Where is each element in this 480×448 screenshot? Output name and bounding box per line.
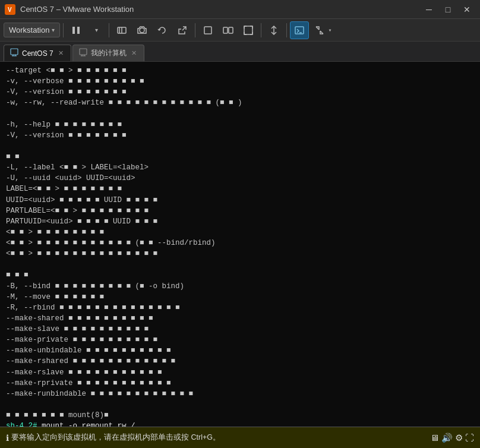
send-ctrl-alt-del-button[interactable] [112, 21, 131, 39]
network-icon[interactable]: 🖥 [430, 433, 439, 443]
send-files-button[interactable] [173, 21, 192, 39]
svg-rect-2 [72, 27, 75, 34]
terminal-line: --target <■ ■ > ■ ■ ■ ■ ■ ■ [6, 65, 474, 76]
fullscreen-icon[interactable]: ⛶ [465, 433, 474, 443]
terminal-line: -V, --version ■ ■ ■ ■ ■ ■ ■ [6, 130, 474, 141]
terminal-line: -R, --rbind ■ ■ ■ ■ ■ ■ ■ ■ ■ ■ ■ ■ ■ ■ [6, 302, 474, 313]
tab-centos7-close[interactable]: ✕ [57, 49, 65, 58]
svg-text:V: V [8, 7, 12, 13]
app-icon: V [5, 4, 15, 15]
terminal-line: <■ ■ > ■ ■ ■ ■ ■ ■ ■ ■ ■ ■ ■ ■ ■ ■ [6, 248, 474, 259]
snapshot-button[interactable] [132, 21, 151, 39]
tab-mycomputer-label: 我的计算机 [91, 48, 127, 58]
close-button[interactable]: ✕ [459, 3, 475, 16]
revert-snapshot-button[interactable] [153, 21, 172, 39]
terminal-line: sh-4.2# mount -o remount,rw / [6, 421, 474, 427]
pause-dropdown-button[interactable]: ▾ [87, 21, 106, 39]
tab-centos7[interactable]: CentOS 7 ✕ [4, 45, 71, 61]
dropdown-arrow-icon: ▾ [52, 27, 55, 33]
cmd-terminal-button[interactable] [290, 21, 309, 39]
terminal-line: -w, --rw, --read-write ■ ■ ■ ■ ■ ■ ■ ■ ■… [6, 97, 474, 108]
terminal-line: <■ ■ > ■ ■ ■ ■ ■ ■ ■ ■ ■ ■ ■ (■ ■ --bind… [6, 238, 474, 248]
terminal-line: ■ ■ ■ [6, 270, 474, 280]
terminal-line: -U, --uuid <uuid> UUID=<uuid> [6, 173, 474, 184]
terminal-line: LABEL=<■ ■ > ■ ■ ■ ■ ■ ■ ■ [6, 184, 474, 194]
terminal-line: UUID=<uuid> ■ ■ ■ ■ ■ UUID ■ ■ ■ ■ [6, 195, 474, 206]
maximize-button[interactable]: □ [440, 3, 456, 16]
statusbar: ℹ 要将输入定向到该虚拟机，请在虚拟机内部单击或按 Ctrl+G。 🖥 🔊 ⚙ … [0, 427, 480, 448]
computer-icon [79, 48, 87, 58]
terminal-line: -B, --bind ■ ■ ■ ■ ■ ■ ■ ■ ■ (■ -o bind) [6, 281, 474, 292]
window-controls: ─ □ ✕ [421, 3, 475, 16]
svg-point-7 [140, 28, 144, 33]
terminal-line: <■ ■ > ■ ■ ■ ■ ■ ■ ■ ■ [6, 227, 474, 238]
terminal-line: PARTLABEL=<■ ■ > ■ ■ ■ ■ ■ ■ ■ ■ [6, 206, 474, 216]
svg-line-8 [182, 27, 186, 30]
toolbar-separator-2 [109, 23, 109, 37]
terminal-line: PARTUUID=<uuid> ■ ■ ■ ■ UUID ■ ■ ■ [6, 216, 474, 227]
terminal-line: --make-rprivate ■ ■ ■ ■ ■ ■ ■ ■ ■ ■ ■ [6, 378, 474, 389]
terminal-line: ■ ■ ■ ■ ■ ■ ■ mount(8)■ [6, 410, 474, 421]
audio-icon[interactable]: 🔊 [441, 433, 453, 443]
stretch-guest-button[interactable] [264, 21, 283, 39]
toolbar-separator-1 [63, 23, 64, 37]
tab-mycomputer-close[interactable]: ✕ [130, 49, 138, 58]
svg-rect-3 [77, 27, 80, 34]
terminal-line: -h, --help ■ ■ ■ ■ ■ ■ ■ ■ [6, 119, 474, 130]
svg-rect-9 [204, 27, 211, 34]
tabbar: CentOS 7 ✕ 我的计算机 ✕ [0, 42, 480, 62]
minimize-button[interactable]: ─ [421, 3, 437, 16]
toolbar-separator-3 [195, 23, 195, 37]
svg-rect-12 [244, 26, 252, 34]
workstation-menu[interactable]: Workstation ▾ [4, 23, 60, 37]
svg-rect-10 [223, 27, 228, 33]
toolbar-separator-4 [261, 23, 261, 37]
vm-icon [10, 48, 18, 58]
info-icon: ℹ [6, 433, 9, 443]
terminal-line: --make-runbindable ■ ■ ■ ■ ■ ■ ■ ■ ■ ■ ■… [6, 389, 474, 399]
terminal-line: -L, --label <■ ■ > LABEL=<label> [6, 162, 474, 173]
dual-window-button[interactable] [219, 21, 238, 39]
terminal-line [6, 141, 474, 152]
terminal-line: --make-unbindable ■ ■ ■ ■ ■ ■ ■ ■ ■ ■ [6, 345, 474, 356]
terminal-line: ■ ■ [6, 152, 474, 162]
terminal-line [6, 109, 474, 119]
full-screen-button[interactable] [239, 21, 258, 39]
tab-centos7-label: CentOS 7 [22, 49, 53, 58]
terminal-line: -M, --move ■ ■ ■ ■ ■ ■ [6, 292, 474, 302]
terminal-line [6, 259, 474, 270]
svg-rect-18 [11, 49, 18, 55]
pause-button[interactable] [67, 21, 86, 39]
terminal-line: -V, --version ■ ■ ■ ■ ■ ■ ■ [6, 87, 474, 97]
titlebar: V CentOS 7 – VMware Workstation ─ □ ✕ [0, 0, 480, 19]
terminal-area[interactable]: --target <■ ■ > ■ ■ ■ ■ ■ ■-v, --verbose… [0, 62, 480, 427]
terminal-line: --make-rshared ■ ■ ■ ■ ■ ■ ■ ■ ■ ■ ■ ■ [6, 356, 474, 367]
terminal-line [6, 399, 474, 410]
usb-icon[interactable]: ⚙ [455, 433, 463, 443]
terminal-line: --make-shared ■ ■ ■ ■ ■ ■ ■ ■ ■ ■ [6, 313, 474, 324]
status-message: 要将输入定向到该虚拟机，请在虚拟机内部单击或按 Ctrl+G。 [11, 433, 428, 443]
menubar: Workstation ▾ ▾ [0, 19, 480, 42]
terminal-line: --make-slave ■ ■ ■ ■ ■ ■ ■ ■ ■ ■ [6, 324, 474, 335]
toolbar-separator-5 [286, 23, 287, 37]
terminal-line: --make-rslave ■ ■ ■ ■ ■ ■ ■ ■ ■ ■ ■ [6, 367, 474, 378]
window-title: CentOS 7 – VMware Workstation [20, 5, 416, 14]
view-expand-button[interactable] [310, 21, 329, 39]
single-window-button[interactable] [198, 21, 217, 39]
terminal-line: --make-private ■ ■ ■ ■ ■ ■ ■ ■ ■ ■ [6, 335, 474, 345]
terminal-line: -v, --verbose ■ ■ ■ ■ ■ ■ ■ ■ ■ [6, 76, 474, 87]
tab-mycomputer[interactable]: 我的计算机 ✕ [72, 45, 144, 61]
svg-rect-11 [229, 27, 233, 33]
svg-rect-22 [80, 49, 87, 55]
